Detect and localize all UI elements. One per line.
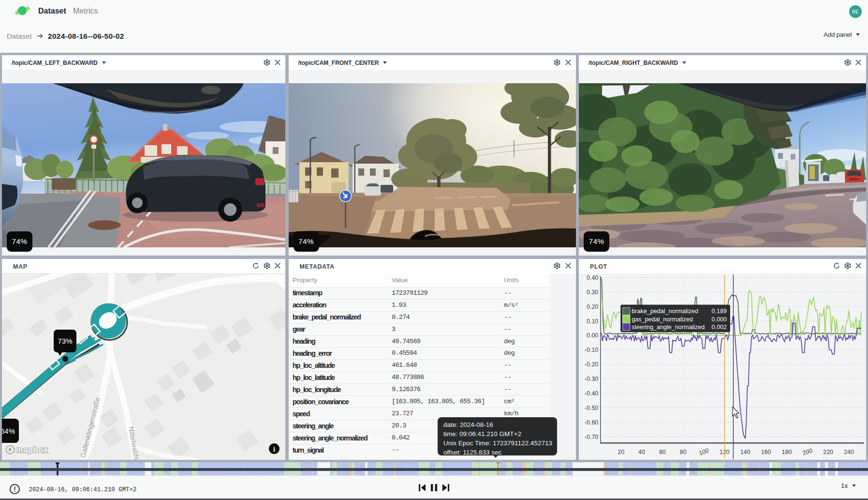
svg-text:-0.30: -0.30 [585, 376, 598, 382]
svg-text:73%: 73% [58, 337, 72, 345]
svg-text:220: 220 [823, 448, 833, 455]
svg-text:gas_pedal_normalized: gas_pedal_normalized [632, 316, 693, 322]
svg-text:0.10: 0.10 [587, 318, 598, 324]
svg-text:0.189: 0.189 [712, 308, 727, 315]
svg-text:100: 100 [698, 447, 709, 456]
svg-text:brake_pedal_normalized: brake_pedal_normalized [632, 308, 698, 315]
svg-text:0.00: 0.00 [587, 332, 598, 339]
svg-text:0.40: 0.40 [587, 274, 598, 281]
svg-text:64%: 64% [2, 427, 15, 435]
svg-text:-0.70: -0.70 [585, 433, 598, 440]
svg-text:-0.20: -0.20 [585, 361, 598, 368]
svg-text:mapbox: mapbox [16, 445, 48, 454]
svg-text:steering_angle_normalized: steering_angle_normalized [632, 323, 705, 330]
svg-text:80: 80 [680, 448, 687, 455]
svg-text:0.30: 0.30 [587, 288, 598, 295]
svg-text:180: 180 [782, 448, 792, 455]
svg-text:60: 60 [659, 448, 666, 455]
svg-text:0.000: 0.000 [712, 316, 727, 322]
svg-text:240: 240 [844, 448, 854, 455]
svg-text:40: 40 [638, 448, 645, 455]
svg-text:i: i [273, 446, 275, 453]
svg-text:-0.10: -0.10 [585, 347, 598, 353]
svg-text:-0.50: -0.50 [585, 404, 598, 411]
svg-text:200: 200 [802, 447, 813, 456]
svg-text:160: 160 [761, 448, 771, 455]
svg-text:140: 140 [740, 448, 750, 455]
svg-text:0.002: 0.002 [712, 323, 727, 330]
svg-text:-0.40: -0.40 [585, 390, 598, 396]
svg-text:-0.60: -0.60 [585, 419, 598, 425]
svg-text:20: 20 [618, 448, 624, 455]
svg-text:0.20: 0.20 [587, 303, 598, 310]
